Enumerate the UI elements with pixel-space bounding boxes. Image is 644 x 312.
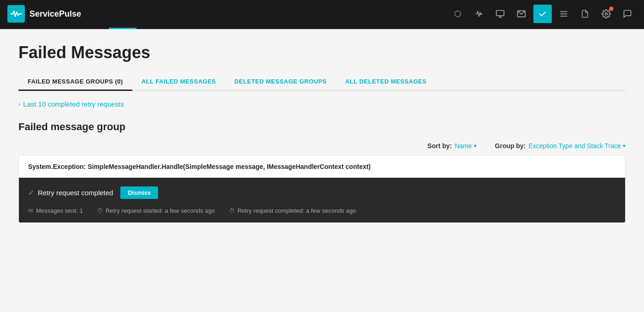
svg-rect-0 — [496, 11, 504, 16]
card-footer-info: ✉ Messages sent: 1 ⏱ Retry request start… — [28, 207, 616, 214]
warning-badge: ! — [609, 6, 614, 11]
sort-by-value[interactable]: Name — [455, 142, 476, 150]
retry-chevron-icon: › — [18, 101, 20, 108]
sort-group-row: Sort by: Name Group by: Exception Type a… — [18, 142, 626, 150]
check-icon[interactable] — [533, 5, 552, 23]
settings-icon[interactable]: ! — [597, 5, 615, 23]
sort-by-label: Sort by: — [427, 142, 452, 150]
brand-name: ServicePulse — [30, 9, 81, 19]
retry-status-text: Retry request completed — [38, 189, 113, 197]
clock-start-icon: ⏱ — [97, 207, 103, 214]
retry-completed-info: ⏱ Retry request completed: a few seconds… — [229, 207, 356, 214]
card-header: System.Exception: SimpleMessageHandler.H… — [19, 156, 625, 178]
group-by-value[interactable]: Exception Type and Stack Trace — [528, 142, 626, 150]
message-group-card: System.Exception: SimpleMessageHandler.H… — [18, 155, 626, 223]
group-by-control: Group by: Exception Type and Stack Trace — [495, 142, 626, 150]
brand: ServicePulse — [7, 5, 449, 23]
page-title: Failed Messages — [18, 43, 626, 62]
list-icon[interactable] — [555, 5, 573, 23]
navbar-icons: ⬡ — [449, 5, 637, 23]
retry-completed-label: ✓ Retry request completed — [28, 188, 113, 197]
card-body: ✓ Retry request completed Dismiss ✉ Mess… — [19, 178, 625, 222]
section-title: Failed message group — [18, 121, 626, 133]
clock-complete-icon: ⏱ — [229, 207, 235, 214]
group-by-label: Group by: — [495, 142, 526, 150]
retry-status-row: ✓ Retry request completed Dismiss — [28, 186, 616, 199]
tab-all-deleted-messages[interactable]: ALL DELETED MESSAGES — [336, 73, 436, 91]
checkmark-icon: ✓ — [28, 188, 34, 197]
retry-started-text: Retry request started: a few seconds ago — [106, 207, 215, 214]
tab-deleted-message-groups[interactable]: DELETED MESSAGE GROUPS — [225, 73, 336, 91]
messages-sent-text: Messages sent: 1 — [36, 207, 83, 214]
document-icon[interactable] — [576, 5, 594, 23]
brand-logo[interactable] — [7, 5, 25, 23]
chat-icon[interactable] — [618, 5, 637, 23]
navbar: ServicePulse ⬡ — [0, 0, 644, 28]
envelope-icon: ✉ — [28, 207, 33, 214]
tabs: FAILED MESSAGE GROUPS (0) ALL FAILED MES… — [18, 73, 626, 91]
retry-link-label: Last 10 completed retry requests — [23, 100, 124, 108]
retry-requests-link[interactable]: › Last 10 completed retry requests — [18, 100, 626, 108]
tab-failed-message-groups[interactable]: FAILED MESSAGE GROUPS (0) — [18, 73, 132, 91]
dashboard-icon[interactable]: ⬡ — [449, 5, 467, 23]
messages-sent-info: ✉ Messages sent: 1 — [28, 207, 83, 214]
monitor-icon[interactable] — [491, 5, 509, 23]
main-content: Failed Messages FAILED MESSAGE GROUPS (0… — [0, 29, 644, 237]
exception-text: System.Exception: SimpleMessageHandler.H… — [28, 163, 371, 170]
retry-started-info: ⏱ Retry request started: a few seconds a… — [97, 207, 215, 214]
email-icon[interactable] — [512, 5, 531, 23]
tab-all-failed-messages[interactable]: ALL FAILED MESSAGES — [132, 73, 225, 91]
sort-by-control: Sort by: Name — [427, 142, 476, 150]
svg-point-7 — [605, 13, 608, 15]
dismiss-button[interactable]: Dismiss — [120, 186, 158, 199]
retry-completed-text: Retry request completed: a few seconds a… — [237, 207, 356, 214]
heartbeat-icon[interactable] — [470, 5, 488, 23]
